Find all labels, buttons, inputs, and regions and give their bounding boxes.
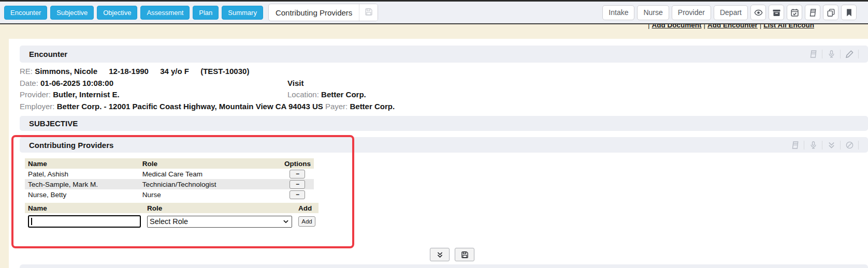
table-header-row: Name Role Options — [25, 158, 314, 169]
edit-pencil-icon[interactable] — [840, 50, 859, 58]
patient-id: (TEST-10030) — [200, 67, 249, 76]
table-row: Patel, Ashish Medical Care Team − — [25, 169, 314, 179]
toolbar-right-group: Intake Nurse Provider Depart — [602, 5, 864, 20]
provider-label: Provider: — [20, 90, 51, 99]
role-column-header: Role — [139, 158, 281, 169]
contributing-providers-table: Name Role Options Patel, Ashish Medical … — [25, 158, 314, 200]
form-save-button[interactable] — [359, 4, 378, 21]
patient-age-sex: 34 y/o F — [160, 67, 189, 76]
add-provider-form: Name Role Add Select Role — [25, 203, 319, 228]
remove-provider-button[interactable]: − — [290, 180, 305, 189]
nav-button-subjective[interactable]: Subjective — [50, 6, 94, 20]
role-select[interactable]: Select Role — [147, 216, 292, 228]
contributing-providers-header: Contributing Providers — [20, 137, 868, 153]
provider-name-cell: Patel, Ashish — [25, 169, 139, 179]
location-value: Better Corp. — [321, 90, 366, 99]
options-column-header: Options — [281, 158, 314, 169]
patient-name: Simmons, Nicole — [35, 67, 97, 76]
payer-label: Payer: — [325, 102, 348, 111]
provider-role-cell: Nurse — [139, 189, 281, 200]
form-footer-buttons — [430, 248, 474, 261]
add-column-header: Add — [295, 203, 319, 213]
provider-name-cell: Tech-Sample, Mark M. — [25, 179, 139, 189]
collapse-chevrons-icon[interactable] — [822, 141, 840, 150]
location-label: Location: — [287, 90, 319, 99]
archive-button[interactable] — [769, 5, 784, 20]
add-role-column-header: Role — [144, 203, 295, 213]
contributing-providers-header-icons — [786, 141, 859, 150]
table-row: Nurse, Betty Nurse − — [25, 189, 314, 200]
payer-value: Better Corp. — [350, 102, 395, 111]
expand-sections-button[interactable] — [430, 248, 450, 261]
provider-role-cell: Technician/Technologist — [139, 179, 281, 189]
add-form-header-row: Name Role Add — [25, 203, 319, 213]
patient-line: RE: Simmons, Nicole 12-18-1990 34 y/o F … — [20, 66, 852, 78]
date-value: 01-06-2025 10:08:00 — [40, 79, 113, 87]
provider-name-input[interactable] — [28, 215, 141, 228]
table-row: Tech-Sample, Mark M. Technician/Technolo… — [25, 179, 314, 189]
notes-book-icon[interactable] — [804, 50, 822, 58]
subjective-section-title: SUBJECTIVE — [29, 119, 78, 128]
notes-book-icon[interactable] — [786, 141, 804, 150]
nav-button-encounter[interactable]: Encounter — [4, 6, 47, 20]
employer-label: Employer: — [20, 102, 55, 111]
provider-button[interactable]: Provider — [672, 5, 711, 20]
next-section-bar — [20, 264, 868, 268]
encounter-info: RE: Simmons, Nicole 12-18-1990 34 y/o F … — [20, 66, 852, 112]
employer-line: Employer: Better Corp. - 12001 Pacific C… — [20, 101, 852, 113]
date-label: Date: — [20, 79, 38, 87]
archive-icon — [772, 8, 781, 17]
nurse-button[interactable]: Nurse — [637, 5, 669, 20]
microphone-icon[interactable] — [804, 141, 822, 150]
name-column-header: Name — [25, 158, 139, 169]
add-provider-button[interactable]: Add — [298, 216, 315, 227]
text-caret — [31, 218, 32, 225]
bookmark-icon — [845, 8, 853, 17]
copy-icon — [827, 8, 835, 17]
main-panel: Encounter RE: Simmons, Nicole 12-18-1990… — [9, 39, 868, 268]
provider-value: Butler, Internist E. — [53, 90, 119, 99]
encounter-section-header: Encounter — [20, 46, 868, 63]
depart-button[interactable]: Depart — [714, 5, 748, 20]
visit-value: Visit — [287, 79, 303, 87]
add-name-column-header: Name — [25, 203, 144, 213]
calendar-check-icon — [790, 8, 799, 17]
encounter-section-title: Encounter — [29, 50, 67, 58]
disable-slash-circle-icon[interactable] — [840, 141, 859, 150]
patient-dob: 12-18-1990 — [109, 67, 149, 76]
nav-button-assessment[interactable]: Assessment — [140, 6, 190, 20]
book-icon — [808, 8, 817, 17]
eye-button[interactable] — [750, 5, 766, 20]
bookmark-button[interactable] — [841, 5, 857, 20]
remove-provider-button[interactable]: − — [290, 190, 305, 199]
copy-button[interactable] — [823, 5, 838, 20]
add-form-input-row: Select Role Add — [25, 213, 319, 228]
save-icon — [461, 251, 469, 259]
employer-value: Better Corp. - 12001 Pacific Coast Highw… — [57, 102, 323, 111]
re-label: RE: — [20, 67, 33, 76]
microphone-icon[interactable] — [822, 50, 840, 58]
nav-button-objective[interactable]: Objective — [97, 6, 137, 20]
subjective-section-header: SUBJECTIVE — [20, 116, 868, 131]
nav-button-plan[interactable]: Plan — [193, 6, 219, 20]
save-form-button[interactable] — [455, 248, 474, 261]
top-toolbar: Encounter Subjective Objective Assessmen… — [0, 0, 868, 24]
encounter-header-icons — [804, 50, 859, 58]
form-title: Contributing Providers — [269, 4, 359, 21]
nav-button-summary[interactable]: Summary — [222, 6, 263, 20]
date-line: Date: 01-06-2025 10:08:00 Visit — [20, 78, 852, 90]
remove-provider-button[interactable]: − — [290, 170, 305, 178]
intake-button[interactable]: Intake — [602, 5, 634, 20]
save-icon — [365, 8, 373, 18]
provider-line: Provider: Butler, Internist E. Location:… — [20, 89, 852, 101]
book-button[interactable] — [805, 5, 820, 20]
calendar-check-button[interactable] — [787, 5, 802, 20]
provider-role-cell: Medical Care Team — [139, 169, 281, 179]
provider-name-cell: Nurse, Betty — [25, 189, 139, 200]
contributing-providers-title: Contributing Providers — [29, 141, 113, 150]
form-title-box: Contributing Providers — [268, 4, 378, 21]
chevron-double-down-icon — [436, 251, 444, 259]
eye-icon — [754, 8, 763, 17]
